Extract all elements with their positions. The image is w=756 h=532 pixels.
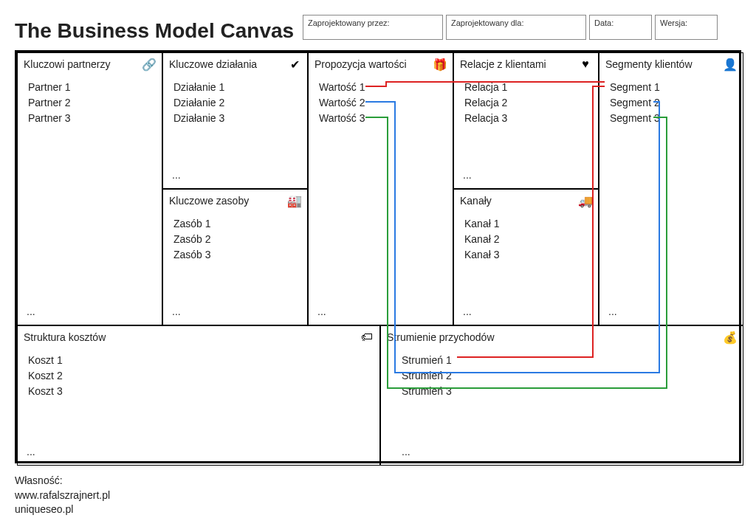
- link-icon: 🔗: [142, 58, 156, 71]
- block-title: Struktura kosztów: [24, 331, 106, 343]
- block-body: Działanie 1 Działanie 2 Działanie 3: [163, 75, 307, 131]
- tags-icon: 🏷: [360, 331, 374, 344]
- list-item: Zasób 1: [173, 216, 297, 232]
- block-body: Strumień 1 Strumień 2 Strumień 3: [381, 348, 743, 404]
- block-head: Struktura kosztów 🏷: [18, 326, 379, 348]
- list-item: Strumień 2: [402, 368, 732, 384]
- block-key-activities: Kluczowe działania ✔ Działanie 1 Działan…: [162, 52, 308, 189]
- footer-link-1: www.rafalszrajnert.pl: [15, 488, 741, 503]
- list-item: Strumień 1: [402, 353, 732, 368]
- list-item: Kanał 1: [464, 216, 588, 232]
- meta-designed-for: Zaprojektowany dla:: [446, 15, 586, 40]
- block-head: Kluczowi partnerzy 🔗: [18, 53, 162, 75]
- check-circle-icon: ✔: [288, 58, 301, 71]
- block-key-resources: Kluczowe zasoby 🏭 Zasób 1 Zasób 2 Zasób …: [162, 189, 308, 325]
- more-dots: ...: [172, 305, 181, 317]
- factory-icon: 🏭: [288, 194, 301, 207]
- block-head: Relacje z klientami ♥: [454, 53, 598, 75]
- block-head: Segmenty klientów 👤: [599, 53, 743, 75]
- more-dots: ...: [172, 169, 181, 181]
- list-item: Strumień 3: [402, 384, 732, 399]
- block-title: Kluczowe zasoby: [169, 195, 249, 207]
- list-item: Działanie 1: [173, 80, 297, 95]
- block-cost-structure: Struktura kosztów 🏷 Koszt 1 Koszt 2 Kosz…: [17, 325, 380, 466]
- list-item: Kanał 2: [464, 232, 588, 247]
- block-head: Kluczowe działania ✔: [163, 53, 307, 75]
- block-title: Segmenty klientów: [605, 58, 693, 70]
- block-body: Partner 1 Partner 2 Partner 3: [18, 75, 162, 131]
- block-head: Kluczowe zasoby 🏭: [163, 190, 307, 212]
- list-item: Działanie 3: [173, 111, 297, 126]
- truck-icon: 🚚: [579, 194, 592, 207]
- block-title: Propozycja wartości: [315, 58, 407, 70]
- block-title: Kluczowe działania: [169, 58, 257, 70]
- header-row: The Business Model Canvas Zaprojektowany…: [15, 15, 741, 43]
- more-dots: ...: [402, 446, 410, 457]
- block-customer-relationships: Relacje z klientami ♥ Relacja 1 Relacja …: [453, 52, 599, 189]
- block-body: Relacja 1 Relacja 2 Relacja 3: [454, 75, 598, 131]
- more-dots: ...: [608, 305, 617, 317]
- block-body: Koszt 1 Koszt 2 Koszt 3: [18, 348, 379, 404]
- block-head: Propozycja wartości 🎁: [309, 53, 453, 75]
- moneybag-icon: 💰: [724, 331, 737, 344]
- block-customer-segments: Segmenty klientów 👤 Segment 1 Segment 2 …: [599, 52, 743, 325]
- list-item: Działanie 2: [173, 95, 297, 111]
- list-item: Koszt 3: [28, 384, 369, 399]
- block-title: Relacje z klientami: [460, 58, 546, 70]
- block-body: Wartość 1 Wartość 2 Wartość 3: [309, 75, 453, 131]
- block-channels: Kanały 🚚 Kanał 1 Kanał 2 Kanał 3 ...: [453, 189, 599, 325]
- footer: Własność: www.rafalszrajnert.pl uniquese…: [15, 474, 741, 517]
- block-revenue-streams: Strumienie przychodów 💰 Strumień 1 Strum…: [380, 325, 743, 466]
- more-dots: ...: [27, 446, 35, 457]
- list-item: Segment 3: [610, 111, 732, 126]
- list-item: Relacja 2: [464, 95, 588, 111]
- block-head: Kanały 🚚: [454, 190, 598, 212]
- person-icon: 👤: [724, 58, 737, 71]
- block-head: Strumienie przychodów 💰: [381, 326, 743, 348]
- more-dots: ...: [27, 305, 35, 317]
- more-dots: ...: [317, 305, 326, 317]
- block-title: Strumienie przychodów: [387, 331, 495, 343]
- list-item: Partner 2: [28, 95, 151, 111]
- list-item: Zasób 3: [173, 247, 297, 263]
- list-item: Relacja 1: [464, 80, 588, 95]
- gift-icon: 🎁: [433, 58, 447, 71]
- list-item: Koszt 1: [28, 353, 369, 368]
- list-item: Partner 3: [28, 111, 151, 126]
- more-dots: ...: [463, 305, 472, 317]
- block-body: Segment 1 Segment 2 Segment 3: [599, 75, 743, 131]
- meta-designed-by: Zaprojektowany przez:: [303, 15, 443, 40]
- list-item: Relacja 3: [464, 111, 588, 126]
- block-title: Kluczowi partnerzy: [24, 58, 111, 70]
- block-body: Zasób 1 Zasób 2 Zasób 3: [163, 212, 307, 267]
- meta-date: Data:: [589, 15, 652, 40]
- list-item: Kanał 3: [464, 247, 588, 263]
- list-item: Zasób 2: [173, 232, 297, 247]
- block-value-proposition: Propozycja wartości 🎁 Wartość 1 Wartość …: [308, 52, 453, 325]
- footer-owner: Własność:: [15, 474, 741, 488]
- heart-icon: ♥: [579, 58, 592, 71]
- block-title: Kanały: [460, 195, 492, 207]
- list-item: Segment 1: [610, 80, 732, 95]
- list-item: Wartość 2: [319, 95, 442, 111]
- meta-version: Wersja:: [655, 15, 718, 40]
- business-model-canvas: Kluczowi partnerzy 🔗 Partner 1 Partner 2…: [15, 50, 741, 463]
- page-title: The Business Model Canvas: [15, 15, 303, 43]
- more-dots: ...: [463, 169, 472, 181]
- block-body: Kanał 1 Kanał 2 Kanał 3: [454, 212, 598, 267]
- list-item: Koszt 2: [28, 368, 369, 384]
- list-item: Wartość 3: [319, 111, 442, 126]
- list-item: Segment 2: [610, 95, 732, 111]
- list-item: Wartość 1: [319, 80, 442, 95]
- list-item: Partner 1: [28, 80, 151, 95]
- meta-boxes: Zaprojektowany przez: Zaprojektowany dla…: [303, 15, 741, 40]
- footer-link-2: uniqueseo.pl: [15, 502, 741, 517]
- block-key-partners: Kluczowi partnerzy 🔗 Partner 1 Partner 2…: [17, 52, 162, 325]
